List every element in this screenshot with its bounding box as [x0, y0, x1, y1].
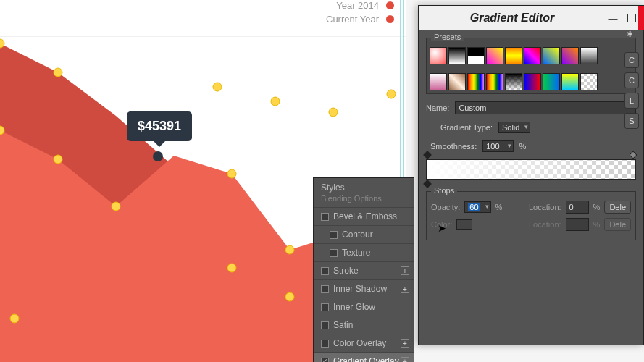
style-item-contour[interactable]: Contour [314, 225, 414, 243]
svg-point-11 [285, 245, 294, 254]
color-label: Color: [431, 220, 452, 229]
style-item-label: Stroke [333, 266, 359, 276]
pct-label: % [593, 203, 601, 211]
gradient-type-row: Gradient Type: Solid [426, 122, 636, 133]
svg-point-10 [227, 169, 236, 178]
opacity-input[interactable]: 60 [464, 201, 490, 213]
pct-label: % [495, 203, 503, 211]
legend-label: Year 2014 [336, 0, 379, 11]
checkbox[interactable] [330, 231, 338, 239]
gradient-preset[interactable] [505, 47, 522, 64]
checkbox[interactable] [321, 303, 329, 311]
add-effect-icon[interactable]: + [401, 339, 409, 348]
checkbox[interactable] [330, 249, 338, 257]
add-effect-icon[interactable]: + [401, 357, 409, 362]
gradient-preset[interactable] [467, 47, 485, 64]
dialog-button[interactable]: C [624, 72, 639, 88]
gradient-preset[interactable] [524, 73, 541, 90]
checkbox[interactable] [321, 321, 329, 329]
add-effect-icon[interactable]: + [401, 285, 409, 293]
gradient-preset[interactable] [543, 73, 560, 90]
style-item-label: Satin [333, 320, 353, 330]
window-titlebar[interactable]: Gradient Editor — [419, 6, 643, 30]
dialog-button[interactable]: C [624, 52, 639, 68]
color-swatch[interactable] [456, 219, 472, 230]
maximize-button[interactable] [626, 12, 637, 24]
presets-label: Presets [431, 33, 464, 41]
gradient-preset[interactable] [430, 47, 447, 64]
style-item-texture[interactable]: Texture [314, 243, 414, 261]
presets-frame: Presets ✱ [426, 38, 636, 94]
style-item-bevel-emboss[interactable]: Bevel & Emboss [314, 207, 414, 225]
gradient-preset[interactable] [467, 73, 485, 90]
gradient-preset[interactable] [561, 47, 579, 64]
style-item-label: Bevel & Emboss [333, 211, 397, 222]
smoothness-label: Smoothness: [430, 142, 477, 151]
gradient-type-label: Gradient Type: [440, 123, 493, 132]
close-button[interactable] [638, 6, 644, 30]
style-item-gradient-overlay[interactable]: ✓Gradient Overlay+ [314, 352, 414, 362]
name-label: Name: [426, 104, 449, 112]
chart-divider [0, 36, 406, 37]
name-input[interactable] [455, 101, 636, 114]
svg-point-15 [329, 108, 338, 117]
gradient-preset[interactable] [486, 47, 503, 64]
style-item-stroke[interactable]: Stroke+ [314, 261, 414, 279]
smoothness-input[interactable]: 100 [482, 140, 513, 152]
dialog-button[interactable]: L [624, 93, 639, 109]
minimize-button[interactable]: — [607, 12, 619, 24]
style-item-inner-glow[interactable]: Inner Glow [314, 298, 414, 316]
opacity-stop-left[interactable] [425, 152, 432, 159]
gradient-preset[interactable] [580, 47, 598, 64]
pct-label: % [593, 220, 601, 229]
gradient-bar[interactable] [426, 159, 636, 180]
svg-point-5 [285, 292, 294, 301]
style-item-inner-shadow[interactable]: Inner Shadow+ [314, 279, 414, 298]
style-item-label: Contour [342, 230, 373, 240]
gradient-preset[interactable] [580, 73, 598, 90]
location-label-disabled: Location: [529, 220, 561, 229]
svg-point-13 [213, 83, 222, 91]
gradient-preset[interactable] [486, 73, 503, 90]
gear-icon[interactable]: ✱ [624, 28, 635, 40]
styles-header[interactable]: Styles [314, 178, 414, 194]
style-item-satin[interactable]: Satin [314, 316, 414, 334]
add-effect-icon[interactable]: + [401, 266, 409, 275]
style-item-label: Inner Glow [333, 302, 375, 312]
svg-point-8 [54, 155, 62, 164]
style-item-label: Gradient Overlay [333, 356, 399, 362]
checkbox[interactable] [321, 285, 329, 293]
svg-point-9 [112, 202, 120, 211]
legend-dot-icon [386, 1, 394, 9]
gradient-preset[interactable] [430, 73, 447, 90]
checkbox[interactable] [321, 213, 329, 221]
checkbox[interactable] [321, 267, 329, 275]
svg-point-19 [153, 151, 163, 161]
dialog-button[interactable]: S [624, 113, 639, 129]
legend-dot-icon [386, 15, 394, 23]
smoothness-row: Smoothness: 100 % [426, 140, 636, 152]
gradient-preset[interactable] [448, 73, 466, 90]
chart-legend: Year 2014 Current Year [326, 0, 394, 28]
gradient-preset[interactable] [543, 47, 560, 64]
chart-tooltip: $45391 [127, 111, 192, 141]
blending-options[interactable]: Blending Options [314, 194, 414, 207]
gradient-type-select[interactable]: Solid [498, 122, 530, 133]
delete-stop-button[interactable]: Dele [604, 201, 631, 214]
gradient-preset[interactable] [524, 47, 541, 64]
checkbox[interactable]: ✓ [321, 358, 329, 363]
svg-point-16 [387, 90, 396, 98]
opacity-stop-right[interactable] [630, 152, 637, 159]
opacity-label: Opacity: [431, 203, 460, 211]
legend-row-current: Current Year [326, 14, 394, 25]
style-item-label: Texture [342, 248, 370, 258]
gradient-preset[interactable] [561, 73, 579, 90]
legend-row-2014: Year 2014 [326, 0, 394, 11]
location-label: Location: [529, 203, 561, 211]
pct-label: % [519, 142, 527, 151]
gradient-preset[interactable] [448, 47, 466, 64]
style-item-color-overlay[interactable]: Color Overlay+ [314, 334, 414, 352]
gradient-preset[interactable] [505, 73, 522, 90]
location-input[interactable] [566, 201, 589, 214]
checkbox[interactable] [321, 340, 329, 348]
